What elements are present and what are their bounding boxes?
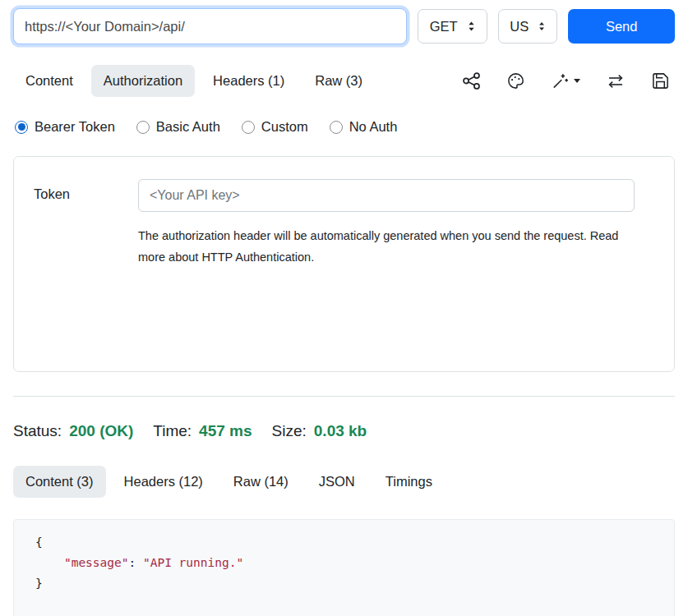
response-body-line: } [35,573,653,594]
url-input[interactable] [13,8,407,44]
share-icon [462,71,481,90]
region-select-value: US [510,19,529,34]
json-punctuation: : [129,556,143,569]
tab-response-content[interactable]: Content (3) [13,466,106,498]
theme-button[interactable] [506,71,525,90]
radio-unchecked-icon [242,121,255,134]
status-value: 200 (OK) [69,422,133,440]
palette-icon [506,71,525,90]
json-key: "message" [35,556,129,569]
response-status-row: Status: 200 (OK) Time: 457 ms Size: 0.03… [13,422,675,440]
select-arrows-icon [467,21,476,32]
json-punctuation: } [35,577,43,590]
time-label: Time: [153,422,192,440]
region-select[interactable]: US [498,9,557,44]
send-button[interactable]: Send [568,9,675,44]
swap-button[interactable] [606,71,626,91]
auth-option-label: Basic Auth [156,119,220,135]
tab-authorization[interactable]: Authorization [91,65,195,97]
auth-option-basic-auth[interactable]: Basic Auth [136,119,220,135]
json-string-value: "API running." [143,556,243,569]
response-body-line: "message": "API running." [35,553,653,573]
request-tabs-row: Content Authorization Headers (1) Raw (3… [13,65,675,97]
auth-type-options: Bearer Token Basic Auth Custom No Auth [13,119,675,135]
token-field-area: The authorization header will be automat… [138,179,635,349]
tab-response-headers[interactable]: Headers (12) [112,466,215,498]
method-select[interactable]: GET [418,9,487,44]
token-help-text: The authorization header will be automat… [138,226,619,269]
auth-option-custom[interactable]: Custom [242,119,308,135]
save-icon [651,71,670,90]
tab-response-raw[interactable]: Raw (14) [221,466,301,498]
response-body: { "message": "API running." } [13,519,675,616]
swap-arrows-icon [606,71,626,91]
radio-checked-icon [15,121,28,134]
method-select-value: GET [430,19,458,34]
magic-wand-button[interactable] [551,71,580,90]
response-body-line: { [35,532,653,553]
tab-raw[interactable]: Raw (3) [302,65,375,97]
help-text-suffix: . [311,251,314,264]
json-punctuation: { [35,536,43,549]
toolbar [462,71,675,91]
divider [13,396,675,397]
tab-content[interactable]: Content [13,65,85,97]
response-tabs-row: Content (3) Headers (12) Raw (14) JSON T… [13,466,675,498]
auth-option-label: Bearer Token [35,119,115,135]
auth-option-label: Custom [261,119,308,135]
request-bar: GET US Send [13,8,675,44]
token-label: Token [34,179,138,349]
status-label: Status: [13,422,62,440]
size-value: 0.03 kb [314,422,367,440]
tab-headers[interactable]: Headers (1) [201,65,297,97]
http-authentication-link[interactable]: HTTP Authentication [201,251,311,264]
auth-option-bearer-token[interactable]: Bearer Token [15,119,115,135]
select-arrows-icon [538,21,546,32]
size-label: Size: [272,422,307,440]
radio-unchecked-icon [136,121,150,134]
auth-option-no-auth[interactable]: No Auth [330,119,398,135]
magic-wand-icon [551,71,570,90]
save-button[interactable] [651,71,670,90]
auth-option-label: No Auth [349,119,398,135]
time-value: 457 ms [199,422,252,440]
api-client-page: GET US Send Content Authorization Header… [0,0,688,616]
chevron-down-icon [574,79,580,83]
tab-response-timings[interactable]: Timings [373,466,445,498]
token-input[interactable] [138,179,635,212]
tab-response-json[interactable]: JSON [307,466,367,498]
share-button[interactable] [462,71,481,90]
radio-unchecked-icon [330,121,343,134]
bearer-token-panel: Token The authorization header will be a… [13,156,675,372]
